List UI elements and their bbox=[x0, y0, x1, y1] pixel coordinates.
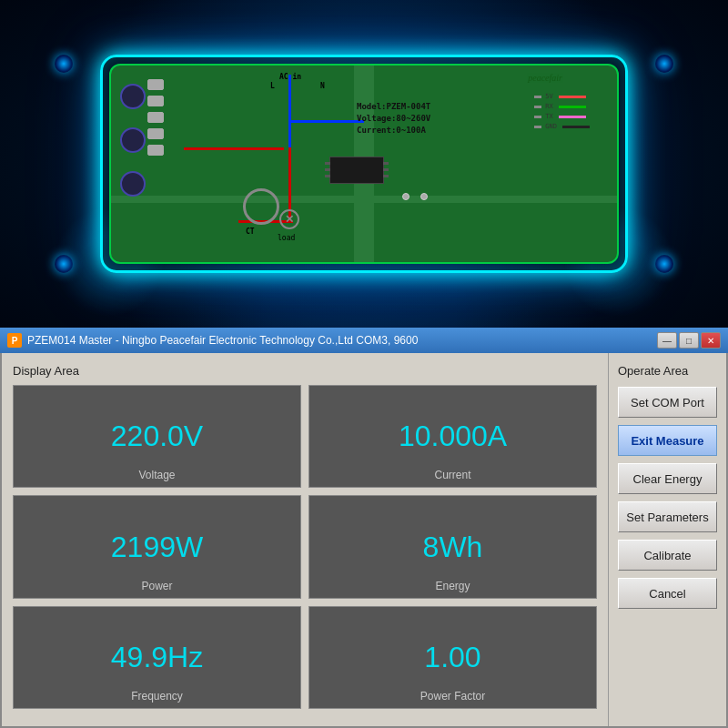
n-label: N bbox=[320, 82, 325, 90]
cancel-button[interactable]: Cancel bbox=[618, 578, 717, 609]
glow-dot-right-bottom bbox=[655, 255, 673, 273]
metrics-grid: 220.0V Voltage 10.000A Current 2199W Pow… bbox=[13, 385, 597, 709]
title-bar: P PZEM014 Master - Ningbo Peacefair Elec… bbox=[0, 328, 728, 353]
via-2 bbox=[420, 193, 428, 200]
window-icon: P bbox=[7, 333, 22, 348]
right-connector-group: 5V RX TX GND bbox=[534, 93, 590, 130]
cap-bot-left bbox=[120, 171, 146, 197]
metric-power: 2199W Power bbox=[13, 495, 301, 598]
clear-energy-button[interactable]: Clear Energy bbox=[618, 463, 717, 494]
pcb-board: AC in L N CT ✕ load Model:PZEM-004T Volt… bbox=[109, 64, 619, 264]
left-connectors bbox=[147, 79, 164, 156]
pcb-wrapper: AC in L N CT ✕ load Model:PZEM-004T Volt… bbox=[100, 55, 628, 273]
close-button[interactable]: ✕ bbox=[701, 332, 721, 349]
metric-frequency: 49.9Hz Frequency bbox=[13, 606, 301, 709]
ac-in-label: AC in bbox=[279, 73, 301, 81]
brand-text: peacefair bbox=[528, 73, 562, 83]
maximize-button[interactable]: □ bbox=[679, 332, 699, 349]
pcb-image-area: AC in L N CT ✕ load Model:PZEM-004T Volt… bbox=[0, 0, 728, 328]
metric-current: 10.000A Current bbox=[308, 385, 597, 488]
power-value: 2199W bbox=[111, 530, 203, 564]
ct-circle bbox=[243, 188, 279, 225]
glow-dot-right-top bbox=[655, 55, 673, 73]
power-label: Power bbox=[141, 580, 172, 592]
current-label: Current bbox=[434, 469, 470, 481]
window-content: Display Area 220.0V Voltage 10.000A Curr… bbox=[0, 353, 728, 728]
set-parameters-button[interactable]: Set Parameters bbox=[618, 501, 717, 532]
calibrate-button[interactable]: Calibrate bbox=[618, 540, 717, 571]
metric-power-factor: 1.00 Power Factor bbox=[308, 606, 597, 709]
exit-measure-button[interactable]: Exit Measure bbox=[618, 425, 717, 456]
frequency-label: Frequency bbox=[131, 690, 183, 703]
glow-dot-left-top bbox=[55, 55, 73, 73]
voltage-value: 220.0V bbox=[111, 419, 203, 453]
application-window: P PZEM014 Master - Ningbo Peacefair Elec… bbox=[0, 328, 728, 728]
voltage-label: Voltage bbox=[138, 469, 175, 481]
energy-label: Energy bbox=[435, 580, 470, 592]
power-factor-label: Power Factor bbox=[420, 690, 485, 703]
model-text: Model:PZEM-004T bbox=[357, 102, 430, 111]
current-range-text: Current:0~100A bbox=[357, 126, 430, 135]
cap-top-left bbox=[120, 84, 146, 109]
load-label: load bbox=[278, 234, 295, 242]
minimize-button[interactable]: — bbox=[657, 332, 677, 349]
window-title: PZEM014 Master - Ningbo Peacefair Electr… bbox=[27, 334, 657, 347]
display-area-label: Display Area bbox=[13, 364, 597, 378]
trace-red-h1 bbox=[184, 147, 284, 150]
window-controls: — □ ✕ bbox=[657, 332, 721, 349]
ic-chip bbox=[329, 157, 384, 184]
via-1 bbox=[402, 193, 410, 200]
cap-mid-left bbox=[120, 127, 146, 153]
operate-area: Operate Area Set COM Port Exit Measure C… bbox=[608, 353, 726, 726]
display-area: Display Area 220.0V Voltage 10.000A Curr… bbox=[2, 353, 608, 726]
metric-energy: 8Wh Energy bbox=[308, 495, 597, 598]
current-value: 10.000A bbox=[399, 419, 507, 453]
metric-voltage: 220.0V Voltage bbox=[13, 385, 301, 488]
operate-area-label: Operate Area bbox=[618, 364, 717, 378]
power-factor-value: 1.00 bbox=[424, 640, 480, 674]
voltage-range-text: Voltage:80~260V bbox=[357, 114, 430, 123]
ct-label: CT bbox=[246, 228, 255, 236]
glow-dot-left-bottom bbox=[55, 255, 73, 273]
x-symbol: ✕ bbox=[279, 209, 299, 229]
model-info-block: Model:PZEM-004T Voltage:80~260V Current:… bbox=[357, 102, 430, 135]
frequency-value: 49.9Hz bbox=[111, 640, 203, 674]
l-label: L bbox=[270, 82, 275, 90]
energy-value: 8Wh bbox=[423, 530, 483, 564]
set-com-port-button[interactable]: Set COM Port bbox=[618, 387, 717, 418]
trace-blue-h bbox=[291, 120, 364, 123]
